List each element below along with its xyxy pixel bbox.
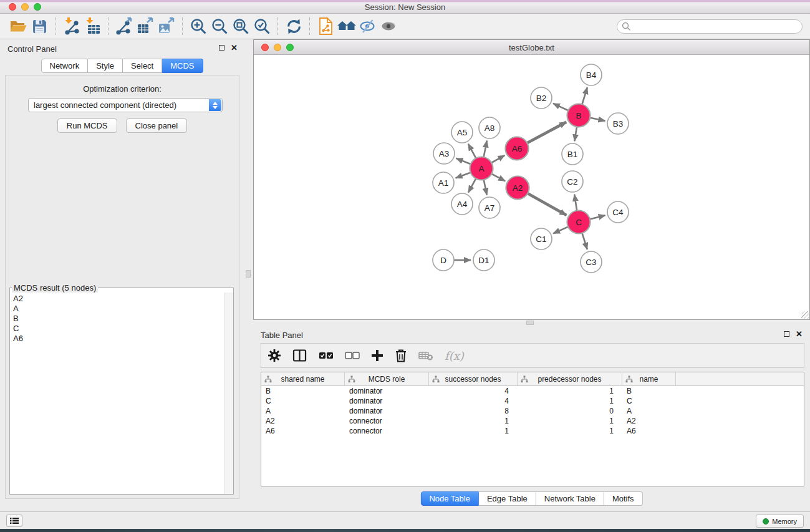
show-panels-button[interactable] bbox=[6, 515, 22, 527]
close-panel-icon[interactable]: ✕ bbox=[231, 45, 238, 51]
tab-network[interactable]: Network bbox=[41, 59, 88, 73]
table-header-row: shared nameMCDS rolesuccessor nodesprede… bbox=[261, 372, 804, 386]
export-network-icon[interactable] bbox=[113, 16, 135, 36]
select-all-checks-icon[interactable] bbox=[319, 351, 334, 360]
close-panel-icon[interactable]: ✕ bbox=[796, 331, 803, 337]
select-stepper-icon bbox=[209, 99, 221, 111]
table-cell[interactable]: 4 bbox=[429, 387, 518, 395]
session-title: Session: New Session bbox=[0, 2, 810, 12]
table-cell[interactable]: dominator bbox=[345, 387, 429, 395]
tab-motifs[interactable]: Motifs bbox=[604, 491, 643, 506]
table-cell[interactable]: 1 bbox=[518, 387, 622, 395]
criterion-select[interactable]: largest connected component (directed) bbox=[28, 98, 223, 112]
memory-button[interactable]: Memory bbox=[756, 515, 804, 528]
column-header[interactable]: successor nodes bbox=[429, 372, 518, 385]
table-cell[interactable]: B bbox=[261, 387, 345, 395]
table-cell[interactable]: dominator bbox=[345, 397, 429, 405]
zoom-in-icon[interactable] bbox=[188, 16, 209, 36]
table-cell[interactable]: 1 bbox=[518, 417, 622, 425]
delete-rows-icon[interactable] bbox=[395, 349, 407, 362]
splitter-handle[interactable] bbox=[526, 321, 534, 325]
deselect-all-checks-icon[interactable] bbox=[345, 351, 360, 360]
optimization-criterion-label: Optimization criterion: bbox=[6, 84, 239, 94]
graph-node-label: C2 bbox=[567, 177, 577, 186]
tab-network-table[interactable]: Network Table bbox=[536, 491, 604, 506]
refresh-icon[interactable] bbox=[283, 16, 304, 36]
tab-mcds[interactable]: MCDS bbox=[162, 59, 203, 73]
table-cell[interactable]: 1 bbox=[518, 397, 622, 405]
tab-style[interactable]: Style bbox=[88, 59, 123, 73]
table-cell[interactable]: A2 bbox=[261, 417, 345, 425]
graph-node-label: A6 bbox=[512, 144, 523, 153]
table-cell[interactable]: A2 bbox=[622, 417, 676, 425]
table-cell[interactable]: connector bbox=[345, 417, 429, 425]
table-cell[interactable]: connector bbox=[345, 427, 429, 435]
resize-grip-icon[interactable] bbox=[801, 311, 809, 319]
table-panel-title: Table Panel bbox=[261, 331, 303, 340]
table-row[interactable]: A6connector11A6 bbox=[261, 426, 804, 436]
document-network-icon[interactable] bbox=[315, 16, 336, 36]
table-cell[interactable]: 8 bbox=[429, 407, 518, 415]
hide-eye-icon[interactable] bbox=[357, 16, 378, 36]
mcds-result-title: MCDS result (5 nodes) bbox=[12, 283, 98, 293]
column-visibility-icon[interactable] bbox=[292, 349, 307, 362]
table-cell[interactable]: A6 bbox=[261, 427, 345, 435]
zoom-fit-icon[interactable] bbox=[230, 16, 251, 36]
table-cell[interactable]: 1 bbox=[518, 427, 622, 435]
graph-node-label: B3 bbox=[613, 119, 624, 128]
float-panel-icon[interactable] bbox=[784, 331, 789, 337]
add-row-icon[interactable] bbox=[371, 349, 383, 362]
graph-node-label: B4 bbox=[586, 70, 597, 80]
table-cell[interactable]: C bbox=[622, 397, 676, 405]
tab-edge-table[interactable]: Edge Table bbox=[479, 491, 536, 506]
table-cell[interactable]: A bbox=[622, 407, 676, 415]
search-field-wrap bbox=[617, 19, 803, 34]
vertical-splitter[interactable] bbox=[244, 39, 253, 511]
show-eye-icon[interactable] bbox=[378, 16, 400, 36]
network-canvas[interactable]: AA1A2A3A4A5A6A7A8BB1B2B3B4CC1C2C3C4DD1 bbox=[254, 55, 809, 319]
column-header[interactable]: predecessor nodes bbox=[518, 372, 622, 385]
import-table-icon[interactable] bbox=[82, 16, 103, 36]
tab-node-table[interactable]: Node Table bbox=[420, 491, 479, 506]
horizontal-splitter[interactable] bbox=[253, 320, 810, 326]
table-row[interactable]: A2connector11A2 bbox=[261, 416, 804, 426]
table-cell[interactable]: 4 bbox=[429, 397, 518, 405]
result-item[interactable]: B bbox=[13, 314, 224, 324]
table-cell[interactable]: C bbox=[261, 397, 345, 405]
column-header[interactable]: MCDS role bbox=[345, 372, 429, 385]
table-cell[interactable]: 1 bbox=[429, 417, 518, 425]
table-cell[interactable]: A bbox=[261, 407, 345, 415]
table-settings-icon[interactable] bbox=[268, 349, 281, 362]
run-mcds-button[interactable]: Run MCDS bbox=[57, 118, 117, 133]
table-cell[interactable]: 0 bbox=[518, 407, 622, 415]
table-row[interactable]: Bdominator41B bbox=[261, 386, 804, 396]
float-panel-icon[interactable] bbox=[219, 45, 224, 51]
zoom-selected-icon[interactable] bbox=[251, 16, 272, 36]
tab-select[interactable]: Select bbox=[123, 59, 162, 73]
double-home-icon[interactable] bbox=[336, 16, 357, 36]
open-session-icon[interactable] bbox=[7, 16, 29, 36]
result-item[interactable]: A bbox=[13, 304, 224, 314]
table-row[interactable]: Cdominator41C bbox=[261, 396, 804, 406]
table-cell[interactable]: A6 bbox=[622, 427, 676, 435]
splitter-handle[interactable] bbox=[246, 270, 251, 278]
close-panel-button[interactable]: Close panel bbox=[126, 118, 188, 133]
export-image-icon[interactable] bbox=[156, 16, 177, 36]
save-session-icon[interactable] bbox=[29, 16, 50, 36]
column-header[interactable]: name bbox=[622, 372, 676, 385]
table-row[interactable]: Adominator80A bbox=[261, 406, 804, 416]
table-cell[interactable]: 1 bbox=[429, 427, 518, 435]
column-header[interactable]: shared name bbox=[261, 372, 345, 385]
result-item[interactable]: A6 bbox=[13, 334, 224, 344]
import-network-icon[interactable] bbox=[60, 16, 82, 36]
result-scrollbar[interactable] bbox=[224, 293, 233, 494]
list-icon bbox=[10, 517, 19, 525]
status-bar: Memory bbox=[0, 511, 810, 529]
table-cell[interactable]: B bbox=[622, 387, 676, 395]
zoom-out-icon[interactable] bbox=[209, 16, 230, 36]
export-table-icon[interactable] bbox=[135, 16, 156, 36]
result-item[interactable]: C bbox=[13, 324, 224, 334]
result-item[interactable]: A2 bbox=[13, 294, 224, 304]
table-cell[interactable]: dominator bbox=[345, 407, 429, 415]
search-input[interactable] bbox=[617, 19, 803, 34]
